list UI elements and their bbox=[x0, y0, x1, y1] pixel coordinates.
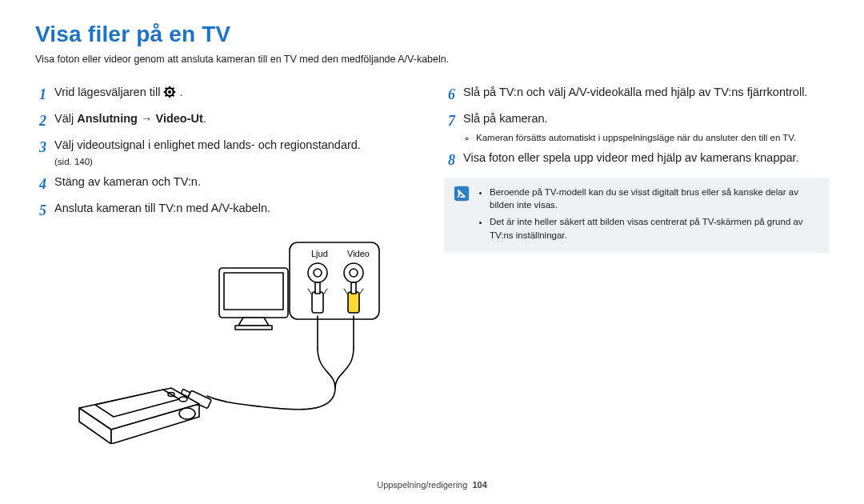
svg-rect-21 bbox=[224, 273, 283, 310]
step-number: 8 bbox=[444, 150, 455, 171]
step-text: Slå på kameran. Kameran försätts automat… bbox=[463, 110, 829, 145]
svg-text:Video: Video bbox=[347, 249, 370, 258]
svg-rect-14 bbox=[312, 292, 323, 313]
step-1: 1 Vrid lägesväljaren till . bbox=[35, 84, 420, 106]
footer-section: Uppspelning/redigering bbox=[377, 480, 467, 490]
page-title: Visa filer på en TV bbox=[35, 22, 829, 47]
step-sub-bullets: Kameran försätts automatiskt i uppspelni… bbox=[463, 131, 829, 145]
right-column: 6 Slå på TV:n och välj A/V-videokälla me… bbox=[444, 79, 829, 444]
step-text: Välj videoutsignal i enlighet med lands-… bbox=[54, 137, 420, 169]
step-number: 1 bbox=[35, 84, 46, 106]
svg-rect-16 bbox=[348, 292, 359, 313]
step-3: 3 Välj videoutsignal i enlighet med land… bbox=[35, 137, 420, 169]
page-reference: (sid. 140) bbox=[54, 155, 420, 169]
step-text: Slå på TV:n och välj A/V-videokälla med … bbox=[463, 84, 829, 102]
two-column-layout: 1 Vrid lägesväljaren till . bbox=[35, 79, 829, 444]
info-item: Beroende på TV-modell kan du se visst di… bbox=[490, 186, 819, 212]
page-footer: Uppspelning/redigering 104 bbox=[0, 480, 864, 490]
svg-rect-15 bbox=[315, 282, 320, 294]
step-number: 2 bbox=[35, 110, 46, 132]
step-8: 8 Visa foton eller spela upp videor med … bbox=[444, 150, 829, 171]
gear-icon bbox=[163, 86, 176, 98]
info-box: Beroende på TV-modell kan du se visst di… bbox=[444, 178, 829, 254]
step-number: 7 bbox=[444, 110, 455, 132]
step-text: Vrid lägesväljaren till . bbox=[54, 84, 420, 102]
step-5: 5 Ansluta kameran till TV:n med A/V-kabe… bbox=[35, 200, 420, 222]
svg-point-10 bbox=[308, 263, 327, 282]
svg-rect-17 bbox=[351, 282, 356, 294]
step-text: Välj Anslutning → Video-Ut. bbox=[54, 110, 420, 128]
step-number: 6 bbox=[444, 84, 455, 106]
svg-point-23 bbox=[179, 408, 195, 419]
step-2: 2 Välj Anslutning → Video-Ut. bbox=[35, 110, 420, 132]
info-item: Det är inte heller säkert att bilden vis… bbox=[490, 215, 819, 242]
svg-point-12 bbox=[344, 263, 363, 282]
step-text: Visa foton eller spela upp videor med hj… bbox=[463, 150, 829, 167]
page: Visa filer på en TV Visa foton eller vid… bbox=[0, 0, 864, 504]
sub-bullet: Kameran försätts automatiskt i uppspelni… bbox=[476, 131, 829, 145]
left-steps: 1 Vrid lägesväljaren till . bbox=[35, 84, 420, 222]
right-steps: 6 Slå på TV:n och välj A/V-videokälla me… bbox=[444, 84, 829, 171]
svg-point-13 bbox=[350, 269, 358, 277]
step-text: Stäng av kameran och TV:n. bbox=[54, 174, 420, 191]
step-text: Ansluta kameran till TV:n med A/V-kabeln… bbox=[54, 200, 420, 218]
step-number: 5 bbox=[35, 200, 46, 222]
intro-text: Visa foton eller videor genom att anslut… bbox=[35, 54, 829, 65]
note-icon bbox=[454, 186, 470, 202]
svg-point-11 bbox=[314, 269, 322, 277]
step-7: 7 Slå på kameran. Kameran försätts autom… bbox=[444, 110, 829, 145]
footer-page-number: 104 bbox=[472, 480, 486, 490]
info-list: Beroende på TV-modell kan du se visst di… bbox=[478, 186, 819, 246]
step-4: 4 Stäng av kameran och TV:n. bbox=[35, 174, 420, 195]
step-number: 3 bbox=[35, 137, 46, 158]
step-6: 6 Slå på TV:n och välj A/V-videokälla me… bbox=[444, 84, 829, 106]
svg-text:Ljud: Ljud bbox=[311, 249, 328, 258]
svg-point-6 bbox=[168, 90, 171, 94]
step-number: 4 bbox=[35, 174, 46, 195]
svg-rect-22 bbox=[235, 326, 272, 330]
left-column: 1 Vrid lägesväljaren till . bbox=[35, 79, 420, 444]
connection-illustration: Ljud Video bbox=[67, 236, 420, 444]
